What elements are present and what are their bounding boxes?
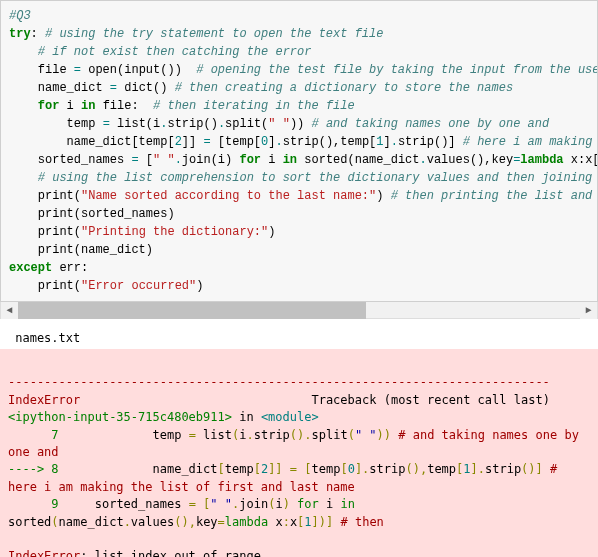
- scroll-left-icon[interactable]: ◄: [1, 302, 18, 319]
- code-line: for i in file: # then iterating in the f…: [9, 97, 589, 115]
- lineno: 7: [8, 428, 59, 442]
- error-output: ----------------------------------------…: [0, 349, 598, 557]
- code-line: # if not exist then catching the error: [9, 43, 589, 61]
- code-line: print("Name sorted according to the last…: [9, 187, 589, 205]
- code-line: #Q3: [9, 7, 589, 25]
- code-line: file = open(input()) # opening the test …: [9, 61, 589, 79]
- code-line: name_dict[temp[2]] = [temp[0].strip(),te…: [9, 133, 589, 151]
- code-input-cell[interactable]: #Q3 try: # using the try statement to op…: [0, 0, 598, 302]
- code-line: print("Error occurred"): [9, 277, 589, 295]
- code-line: print(sorted_names): [9, 205, 589, 223]
- error-name: IndexError: [8, 549, 80, 557]
- code-line: sorted_names = [" ".join(i) for i in sor…: [9, 151, 589, 169]
- code-line: try: # using the try statement to open t…: [9, 25, 589, 43]
- stdout-output: names.txt: [0, 319, 598, 349]
- traceback-file: <ipython-input-35-715c480eb911>: [8, 410, 232, 424]
- code-line: except err:: [9, 259, 589, 277]
- lineno-current: ----> 8: [8, 462, 59, 476]
- traceback-line: ----------------------------------------…: [8, 375, 550, 389]
- horizontal-scrollbar[interactable]: ◄ ►: [0, 302, 598, 319]
- scroll-right-icon[interactable]: ►: [580, 302, 597, 319]
- code-line: # using the list comprehension to sort t…: [9, 169, 589, 187]
- code-line: temp = list(i.strip().split(" ")) # and …: [9, 115, 589, 133]
- error-name: IndexError: [8, 393, 80, 407]
- code-line: print("Printing the dictionary:"): [9, 223, 589, 241]
- scroll-track[interactable]: [18, 302, 580, 319]
- code-line: print(name_dict): [9, 241, 589, 259]
- scroll-thumb[interactable]: [18, 302, 366, 319]
- lineno: 9: [8, 497, 59, 511]
- code-line: name_dict = dict() # then creating a dic…: [9, 79, 589, 97]
